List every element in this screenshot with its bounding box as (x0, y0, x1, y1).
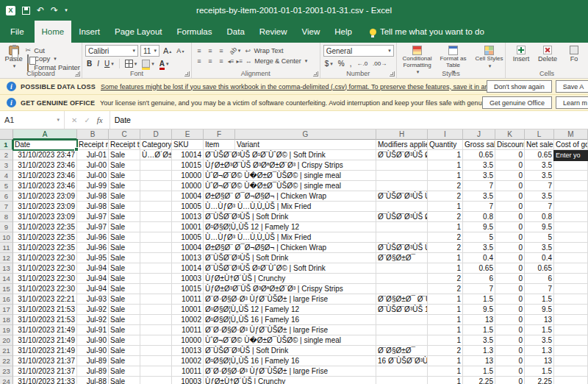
cell[interactable] (140, 294, 172, 305)
cell[interactable]: 7 (463, 284, 495, 294)
cell[interactable] (554, 263, 588, 274)
row-header[interactable]: 22 (0, 356, 13, 366)
cell[interactable]: Ø¨Ø§Ø±Ø¯ (376, 346, 428, 356)
cell[interactable]: Ø¨ÙŠØ¨Ø³ÙŠ Ø¨Ø§Ø±Ø¯ (376, 150, 428, 160)
cell[interactable]: 10002 (172, 315, 204, 325)
cell[interactable]: Jul-01 (77, 150, 109, 160)
cell[interactable]: 16 Ø¨ÙŠØ¨Ø³ÙŠ (376, 356, 428, 366)
cell[interactable]: 0 (495, 335, 525, 346)
cell[interactable]: Sale (109, 160, 140, 171)
cell[interactable] (140, 171, 172, 181)
cell[interactable] (140, 160, 172, 171)
cell[interactable] (554, 335, 588, 346)
cell[interactable]: Ø¨Ø·Ø§Ø·Ø³ ÙƒØ¨ÙŠØ± | large Frise (204, 366, 235, 377)
cell[interactable]: 2 (428, 212, 463, 222)
cell[interactable]: ÙˆØ¬Ø¨Ø© Ù�Ø±Ø¯ÙŠØ© | single meal (204, 171, 235, 181)
comma-style-button[interactable]: , (348, 58, 354, 69)
cell[interactable]: 6 (463, 274, 495, 284)
cell[interactable]: 10011 (172, 294, 204, 305)
cell[interactable] (376, 377, 428, 384)
row-header[interactable]: 17 (0, 305, 13, 315)
cell[interactable] (554, 171, 588, 181)
cell[interactable]: 3.5 (525, 160, 554, 171)
cell[interactable]: Ø¨ÙŠØ¨Ø³ÙŠ Ø¹Ø¨ÙˆØ© | Soft Drink (204, 263, 235, 274)
cell[interactable] (376, 222, 428, 232)
cell[interactable]: Ø¨Ø·Ø§Ø·Ø³ ÙƒØ¨ÙŠØ± | large Frise (204, 294, 235, 305)
cell[interactable]: 0 (495, 294, 525, 305)
tab-review[interactable]: Review (252, 21, 295, 43)
cell[interactable]: 10005 (172, 202, 204, 212)
cell[interactable] (554, 346, 588, 356)
cell[interactable]: 1 (428, 160, 463, 171)
cell[interactable]: 13 (463, 356, 495, 366)
cell[interactable]: 10015 (172, 284, 204, 294)
cell[interactable]: 2 (428, 284, 463, 294)
cell[interactable]: 5 (525, 232, 554, 243)
cell[interactable]: 10014 (172, 263, 204, 274)
cell[interactable]: 1 (428, 263, 463, 274)
cell[interactable]: Sale (109, 274, 140, 284)
cell[interactable]: 1 (428, 222, 463, 232)
cell[interactable]: Ø¨ÙŠØ¨Ø³ÙŠ Ø¹Ø¨ÙˆØ© | Soft Drink (204, 150, 235, 160)
cell[interactable]: Jul-91 (77, 325, 109, 335)
cell[interactable]: 10005 (172, 232, 204, 243)
cell[interactable]: 0 (495, 346, 525, 356)
row-header[interactable]: 9 (0, 222, 13, 232)
cell[interactable]: ÙƒØ±Ù†Ø´ÙŠ | Crunchy (204, 377, 235, 384)
cell[interactable]: 31/10/2023 23:09 (13, 191, 77, 202)
cell[interactable]: 0 (495, 150, 525, 160)
cell[interactable]: 31/10/2023 23:09 (13, 212, 77, 222)
cell[interactable] (376, 325, 428, 335)
cell[interactable] (140, 181, 172, 191)
cell[interactable] (140, 202, 172, 212)
format-cells-button[interactable]: Fo (562, 45, 587, 63)
tab-help[interactable]: Help (327, 21, 359, 43)
cell[interactable]: 13 (525, 356, 554, 366)
cell[interactable] (140, 356, 172, 366)
cell[interactable]: Ø¨ÙŠØ¨Ø³ÙŠ 12 ÙƒØ¨ÙŠØ± (376, 305, 428, 315)
cell[interactable]: 0 (495, 181, 525, 191)
row-header[interactable]: 12 (0, 253, 13, 263)
decrease-decimal-button[interactable]: .00→ (371, 58, 388, 69)
cell[interactable]: Jul-95 (77, 253, 109, 263)
cell[interactable]: SKU (172, 140, 204, 150)
cell[interactable]: Jul-00 (77, 171, 109, 181)
number-dialog-launcher-icon[interactable] (390, 71, 395, 77)
column-header-F[interactable]: F (204, 129, 235, 140)
cell[interactable]: 1 (428, 253, 463, 263)
cell[interactable]: Item (204, 140, 235, 150)
cell[interactable]: Sale (109, 232, 140, 243)
row-header[interactable]: 2 (0, 150, 13, 160)
shrink-font-button[interactable]: A▾ (175, 46, 185, 57)
increase-indent-icon[interactable]: ▸≡ (237, 58, 243, 65)
percent-style-button[interactable]: % (337, 58, 346, 69)
cell[interactable]: 1 (428, 335, 463, 346)
cell[interactable]: 2 (428, 232, 463, 243)
cell[interactable]: Modifiers applied (376, 140, 428, 150)
cell[interactable]: 31/10/2023 23:46 (13, 181, 77, 191)
cell[interactable]: 1.5 (525, 325, 554, 335)
cell[interactable]: 10011 (172, 325, 204, 335)
cell[interactable]: Sale (109, 377, 140, 384)
cell[interactable]: Sale (109, 284, 140, 294)
row-header[interactable]: 14 (0, 274, 13, 284)
cell[interactable]: Cost of go (554, 140, 588, 150)
row-header[interactable]: 11 (0, 243, 13, 253)
row-header[interactable]: 21 (0, 346, 13, 356)
cell[interactable]: Ø¹Ø§Ø¦Ù„ÙŠ 16 | Famely 16 (204, 356, 235, 366)
cell[interactable]: Sale (109, 150, 140, 160)
cell[interactable]: 0 (495, 222, 525, 232)
row-header[interactable]: 16 (0, 294, 13, 305)
cell[interactable]: Ø¨ÙŠØ¨Ø³ÙŠ Ø¨Ø§Ø±Ø¯ (376, 212, 428, 222)
enter-icon[interactable]: ✓ (84, 116, 90, 124)
cell[interactable]: 31/10/2023 22:30 (13, 274, 77, 284)
undo-icon[interactable]: ↶ (37, 6, 44, 15)
cell[interactable]: 10013 (172, 253, 204, 263)
cell[interactable] (140, 346, 172, 356)
cell[interactable]: 31/10/2023 22:30 (13, 284, 77, 294)
cell[interactable]: 0 (495, 263, 525, 274)
cell[interactable]: Receipt nu (77, 140, 109, 150)
italic-button[interactable]: I (96, 58, 101, 69)
cell[interactable]: Ø¨Ø§Ø±Ø¯ Ø¨ÙŠØ¨Ø³ÙŠ Ù…Ø¹ Ø¨Ø·Ø§Ø·Ø³ (376, 294, 428, 305)
column-header-B[interactable]: B (77, 129, 109, 140)
